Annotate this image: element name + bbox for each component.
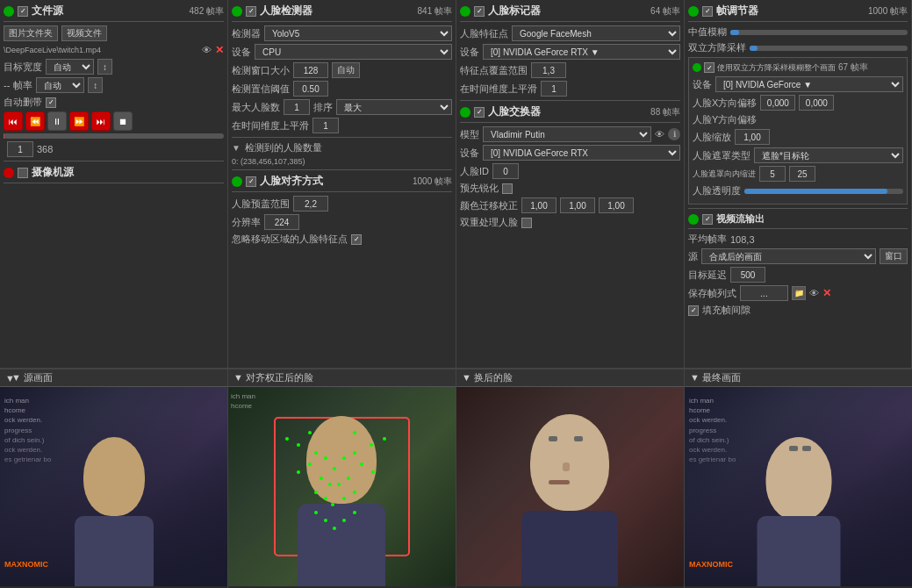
fps-row: -- 帧率 自动 ↕ bbox=[4, 77, 224, 93]
eye-icon[interactable]: 👁 bbox=[202, 45, 212, 55]
x-offset-input2[interactable] bbox=[799, 95, 834, 111]
coords-row: 0: (238,456,107,385) bbox=[232, 157, 452, 166]
dot-14 bbox=[347, 477, 350, 480]
fill-checkbox[interactable] bbox=[688, 305, 699, 316]
camera-power[interactable] bbox=[4, 168, 14, 178]
detector-checkbox[interactable] bbox=[246, 6, 256, 17]
sub-device-select[interactable]: [0] NVIDIA GeForce ▼ bbox=[715, 76, 903, 92]
marker-checkbox[interactable] bbox=[474, 6, 485, 17]
fps-select[interactable]: 自动 bbox=[36, 77, 84, 93]
resolution-input[interactable] bbox=[264, 214, 299, 230]
dot-25 bbox=[342, 519, 346, 522]
dot-13 bbox=[320, 477, 323, 480]
ignore-checkbox[interactable] bbox=[351, 234, 362, 245]
scale-input[interactable] bbox=[735, 129, 770, 145]
face-id-input[interactable] bbox=[492, 163, 519, 179]
auto-feed-checkbox[interactable] bbox=[46, 97, 56, 108]
sharpen-checkbox[interactable] bbox=[502, 183, 513, 194]
median-track[interactable] bbox=[730, 30, 908, 35]
dual-checkbox[interactable] bbox=[521, 218, 532, 228]
marker-power[interactable] bbox=[460, 6, 470, 17]
opacity-track[interactable] bbox=[744, 189, 903, 194]
ignore-row: 忽略移动区域的人脸特征点 bbox=[232, 233, 452, 246]
position-input[interactable] bbox=[7, 141, 33, 157]
marker-device-select[interactable]: [0] NVIDIA GeForce RTX ▼ bbox=[483, 44, 680, 60]
stream-checkbox[interactable] bbox=[702, 214, 713, 225]
detector-power[interactable] bbox=[232, 6, 242, 17]
swapper-power[interactable] bbox=[460, 107, 470, 118]
tab-image-folder[interactable]: 图片文件夹 bbox=[4, 25, 58, 41]
color-transfer-label: 颜色迁移校正 bbox=[460, 199, 518, 212]
maxfaces-input[interactable] bbox=[284, 99, 310, 115]
avg-fps-value: 108,3 bbox=[730, 234, 755, 245]
blur-input[interactable] bbox=[789, 166, 815, 182]
adjuster-checkbox[interactable] bbox=[702, 6, 713, 17]
dot-8 bbox=[342, 456, 346, 460]
target-width-select[interactable]: 自动 bbox=[46, 59, 94, 75]
ct-x-input[interactable] bbox=[521, 197, 557, 213]
x-offset-input[interactable] bbox=[760, 95, 795, 111]
face-type-select[interactable]: 遮脸*目标轮 bbox=[754, 147, 903, 163]
file-source-power[interactable] bbox=[4, 6, 14, 17]
source-select[interactable]: 合成后的画面 bbox=[701, 248, 876, 264]
progress-track[interactable] bbox=[4, 133, 224, 139]
model-eye-icon[interactable]: 👁 bbox=[655, 129, 664, 140]
range-input[interactable] bbox=[531, 62, 566, 78]
aligner-checkbox[interactable] bbox=[246, 176, 256, 187]
sort-select[interactable]: 最大 bbox=[336, 99, 452, 115]
smooth-input[interactable] bbox=[312, 118, 339, 133]
swapper-checkbox[interactable] bbox=[474, 107, 485, 118]
btn-step-back[interactable]: ⏪ bbox=[25, 111, 45, 131]
save-eye-icon[interactable]: 👁 bbox=[809, 288, 819, 298]
btn-step-fwd[interactable]: ⏩ bbox=[69, 111, 89, 131]
file-source-checkbox[interactable] bbox=[18, 6, 28, 17]
btn-skip-fwd[interactable]: ⏭ bbox=[91, 111, 111, 131]
sub-blur-checkbox[interactable] bbox=[704, 62, 715, 73]
coverage-input[interactable] bbox=[293, 196, 328, 212]
landmark-select[interactable]: Google FaceMesh bbox=[512, 25, 680, 41]
folder-icon[interactable]: 📁 bbox=[792, 286, 806, 300]
model-info-icon[interactable]: ℹ bbox=[668, 128, 680, 140]
btn-play[interactable]: ⏸ bbox=[47, 111, 67, 131]
face-detector-header: 人脸检测器 841 帧率 bbox=[232, 4, 452, 22]
camera-checkbox[interactable] bbox=[18, 168, 28, 178]
device-select[interactable]: CPU bbox=[255, 44, 452, 60]
maxfaces-label: 最大人脸数 bbox=[232, 101, 280, 114]
model-select[interactable]: Vladimir Putin bbox=[483, 126, 651, 142]
camera-source-header: 摄像机源 bbox=[4, 165, 224, 183]
bilateral-track[interactable] bbox=[750, 46, 908, 51]
swapper-device-select[interactable]: [0] NVIDIA GeForce RTX bbox=[483, 145, 680, 161]
close-icon[interactable]: ✕ bbox=[215, 44, 224, 56]
resolution-label: 分辨率 bbox=[232, 216, 261, 229]
save-label: 保存帧列式 bbox=[688, 287, 736, 300]
tab-video-file[interactable]: 视频文件 bbox=[61, 25, 107, 41]
threshold-row: 检测置信阈值 bbox=[232, 81, 452, 97]
save-close-icon[interactable]: ✕ bbox=[822, 287, 831, 299]
window-size-input[interactable] bbox=[293, 62, 328, 78]
threshold-input[interactable] bbox=[293, 81, 328, 97]
btn-skip-back[interactable]: ⏮ bbox=[4, 111, 23, 131]
dot-28 bbox=[383, 437, 386, 441]
btn-stop[interactable]: ⏹ bbox=[113, 111, 133, 131]
target-width-auto-btn[interactable]: ↕ bbox=[97, 59, 112, 75]
adjuster-power[interactable] bbox=[688, 6, 699, 17]
erosion-input[interactable] bbox=[759, 166, 786, 182]
ct-y-input[interactable] bbox=[560, 197, 595, 213]
marker-smooth-input[interactable] bbox=[541, 81, 567, 97]
aligner-power[interactable] bbox=[232, 176, 242, 187]
window-size-auto[interactable]: 自动 bbox=[332, 62, 360, 78]
stream-power[interactable] bbox=[688, 214, 699, 225]
save-input[interactable] bbox=[740, 285, 788, 301]
sub-blur-power[interactable] bbox=[693, 63, 701, 72]
final-person bbox=[750, 419, 847, 577]
swapper-device-row: 设备 [0] NVIDIA GeForce RTX bbox=[460, 145, 680, 161]
ct-z-input[interactable] bbox=[599, 197, 634, 213]
aligned-title: ▼ 对齐权正后的脸 bbox=[233, 371, 313, 384]
fps-auto-btn[interactable]: ↕ bbox=[88, 77, 103, 93]
fill-row: 填充帧间隙 bbox=[688, 304, 908, 317]
camera-title: 摄像机源 bbox=[32, 165, 224, 180]
window-btn[interactable]: 窗口 bbox=[880, 248, 908, 264]
swapped-image bbox=[456, 387, 684, 586]
delay-input[interactable] bbox=[730, 267, 765, 283]
detector-select[interactable]: YoloV5 bbox=[264, 25, 452, 41]
